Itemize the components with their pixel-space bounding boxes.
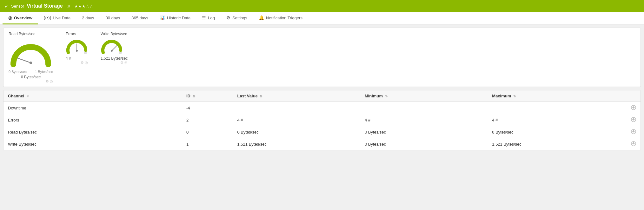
svg-point-23	[634, 131, 635, 132]
col-header-minimum[interactable]: Minimum ⇅	[360, 90, 488, 102]
read-bytes-value: 0 Bytes/sec	[21, 75, 41, 79]
read-bytes-gauge: Read Bytes/sec 0 Bytes/sec 1 Bytes/sec 0…	[9, 32, 53, 83]
write-bytes-label: Write Bytes/sec	[101, 32, 127, 36]
col-header-channel[interactable]: Channel ▼	[3, 90, 182, 102]
errors-settings[interactable]: ⚙ ◎	[81, 61, 88, 65]
table-header-row: Channel ▼ ID ⇅ Last Value ⇅ Minimum ⇅	[3, 90, 641, 102]
read-bytes-label: Read Bytes/sec	[9, 32, 35, 36]
page-title: Virtual Storage	[27, 3, 63, 9]
cell-lastvalue-1: 4 #	[233, 114, 360, 126]
write-bytes-gauge-section: Write Bytes/sec 1,521 Bytes/sec ⚙ ◎	[101, 32, 128, 65]
tab-live-data[interactable]: ((•)) Live Data	[38, 12, 76, 24]
row-settings-icon	[631, 129, 636, 134]
bell-icon: 🔔	[259, 15, 264, 20]
svg-point-29	[634, 143, 635, 144]
write-bytes-value: 1,521 Bytes/sec	[101, 56, 128, 61]
cell-channel-2: Read Bytes/sec	[3, 126, 182, 138]
svg-point-19	[633, 131, 634, 132]
cell-id-1: 2	[182, 114, 233, 126]
tab-notification[interactable]: 🔔 Notification Triggers	[253, 12, 308, 24]
lastval-sort-icon: ⇅	[260, 95, 262, 98]
status-check-icon: ✓	[4, 3, 9, 9]
cell-id-0: -4	[182, 102, 233, 114]
table-row: Downtime -4	[3, 102, 641, 114]
tab-historic-label: Historic Data	[167, 16, 190, 20]
id-sort-icon: ⇅	[193, 95, 195, 98]
gauge-card: Read Bytes/sec 0 Bytes/sec 1 Bytes/sec 0…	[3, 28, 641, 87]
tab-30days[interactable]: 30 days	[100, 12, 126, 24]
svg-point-7	[633, 107, 634, 108]
svg-point-25	[633, 143, 634, 144]
tab-historic[interactable]: 📊 Historic Data	[154, 12, 196, 24]
max-sort-icon: ⇅	[513, 95, 516, 98]
cell-action-3[interactable]	[615, 138, 641, 150]
read-bytes-max: 1 Bytes/sec	[35, 70, 53, 74]
tab-log[interactable]: ☰ Log	[196, 12, 221, 24]
read-bytes-minmax: 0 Bytes/sec 1 Bytes/sec	[9, 70, 53, 74]
write-bytes-settings[interactable]: ⚙ ◎	[120, 61, 128, 65]
header-bar: ✓ Sensor Virtual Storage ⊞ ★★★☆☆	[0, 0, 644, 12]
errors-gauge-section: Errors 4 # ⚙ ◎	[66, 32, 88, 65]
tab-overview-label: Overview	[14, 16, 32, 20]
svg-point-16	[632, 119, 633, 120]
settings-icon: ⚙	[226, 15, 230, 20]
cell-maximum-2: 0 Bytes/sec	[488, 126, 615, 138]
svg-point-3	[76, 50, 78, 52]
cell-action-1[interactable]	[615, 114, 641, 126]
cell-action-2[interactable]	[615, 126, 641, 138]
main-content: Read Bytes/sec 0 Bytes/sec 1 Bytes/sec 0…	[0, 24, 644, 154]
sensor-label: Sensor	[11, 4, 24, 9]
nav-tabs: ◎ Overview ((•)) Live Data 2 days 30 day…	[0, 12, 644, 24]
tab-overview[interactable]: ◎ Overview	[3, 12, 38, 24]
col-header-action	[615, 90, 641, 102]
svg-point-14	[633, 118, 634, 119]
errors-label: Errors	[66, 32, 76, 36]
channels-table: Channel ▼ ID ⇅ Last Value ⇅ Minimum ⇅	[3, 90, 641, 150]
svg-point-1	[30, 62, 32, 64]
live-data-icon: ((•))	[44, 15, 51, 20]
table-card: Channel ▼ ID ⇅ Last Value ⇅ Minimum ⇅	[3, 90, 641, 150]
cell-minimum-2: 0 Bytes/sec	[360, 126, 488, 138]
cell-maximum-1: 4 #	[488, 114, 615, 126]
cell-channel-3: Write Bytes/sec	[3, 138, 182, 150]
col-header-id[interactable]: ID ⇅	[182, 90, 233, 102]
tab-settings[interactable]: ⚙ Settings	[221, 12, 253, 24]
cell-channel-0: Downtime	[3, 102, 182, 114]
col-header-maximum[interactable]: Maximum ⇅	[488, 90, 615, 102]
cell-action-0[interactable]	[615, 102, 641, 114]
cell-lastvalue-2: 0 Bytes/sec	[233, 126, 360, 138]
cell-minimum-3: 0 Bytes/sec	[360, 138, 488, 150]
link-icon[interactable]: ⊞	[67, 4, 70, 8]
read-bytes-settings[interactable]: ⚙ ◎	[46, 79, 53, 83]
overview-icon: ◎	[8, 15, 12, 20]
col-header-lastvalue[interactable]: Last Value ⇅	[233, 90, 360, 102]
svg-point-26	[633, 142, 634, 143]
svg-point-13	[633, 119, 634, 120]
tab-settings-label: Settings	[232, 16, 247, 20]
svg-point-11	[634, 107, 635, 108]
svg-point-21	[633, 133, 634, 133]
cell-minimum-1: 4 #	[360, 114, 488, 126]
tab-2days[interactable]: 2 days	[76, 12, 100, 24]
read-bytes-svg	[9, 37, 53, 69]
svg-point-10	[632, 107, 633, 108]
table-row: Write Bytes/sec 1 1,521 Bytes/sec 0 Byte…	[3, 138, 641, 150]
errors-value: 4 #	[66, 56, 71, 61]
tab-notification-label: Notification Triggers	[266, 16, 302, 20]
svg-point-15	[633, 121, 634, 121]
svg-point-8	[633, 106, 634, 107]
channel-sort-icon: ▼	[26, 95, 30, 98]
row-settings-icon	[631, 105, 636, 110]
table-row: Read Bytes/sec 0 0 Bytes/sec 0 Bytes/sec…	[3, 126, 641, 138]
star-rating[interactable]: ★★★☆☆	[74, 4, 93, 9]
read-bytes-min: 0 Bytes/sec	[9, 70, 27, 74]
svg-point-22	[632, 131, 633, 132]
svg-point-5	[111, 50, 113, 52]
errors-svg	[66, 37, 88, 55]
svg-point-20	[633, 130, 634, 131]
svg-point-17	[634, 119, 635, 120]
cell-channel-1: Errors	[3, 114, 182, 126]
tab-365days[interactable]: 365 days	[126, 12, 154, 24]
tab-30days-label: 30 days	[106, 16, 120, 20]
cell-lastvalue-0	[233, 102, 360, 114]
